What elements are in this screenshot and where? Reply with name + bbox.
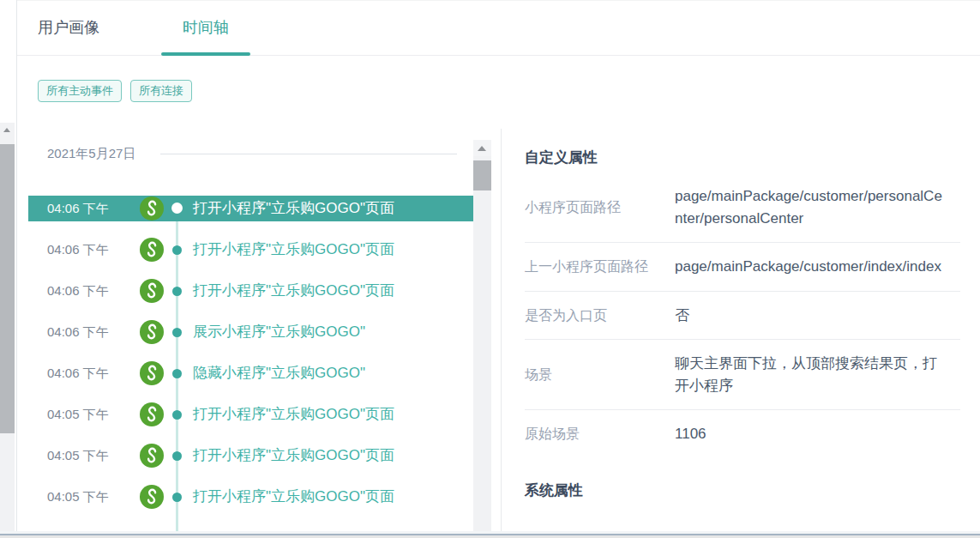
event-time: 04:06 下午 xyxy=(47,360,109,386)
attribute-row: 上一小程序页面路径 page/mainPackage/customer/inde… xyxy=(525,243,960,292)
filter-chip-group: 所有主动事件 所有连接 xyxy=(38,80,192,102)
attribute-value: page/mainPackage/customer/index/index xyxy=(675,256,949,278)
miniprogram-icon xyxy=(140,238,164,262)
event-label: 展示小程序"立乐购GOGO" xyxy=(193,319,365,345)
timeline-event-row[interactable]: 04:06 下午 打开小程序"立乐购GOGO"页面 xyxy=(28,196,473,221)
window-bottom-edge xyxy=(0,531,980,538)
event-label: 打开小程序"立乐购GOGO"页面 xyxy=(193,402,394,427)
attribute-label: 原始场景 xyxy=(525,424,675,444)
attribute-label: 上一小程序页面路径 xyxy=(525,257,675,276)
timeline-dot-icon xyxy=(172,369,182,378)
attribute-rows: 小程序页面路径 page/mainPackage/customer/person… xyxy=(525,172,960,458)
event-label: 打开小程序"立乐购GOGO"页面 xyxy=(193,237,394,263)
attribute-row: 场景 聊天主界面下拉，从顶部搜索结果页，打开小程序 xyxy=(525,340,960,410)
event-time: 04:06 下午 xyxy=(47,196,109,221)
attribute-row: 小程序页面路径 page/mainPackage/customer/person… xyxy=(525,172,960,243)
miniprogram-icon xyxy=(140,485,164,509)
timeline-dot-icon xyxy=(172,328,182,337)
system-attributes-heading: 系统属性 xyxy=(525,481,960,500)
timeline-panel: 用户画像 时间轴 所有主动事件 所有连接 2021年5月27日 04:06 下午… xyxy=(17,0,980,532)
panel-divider xyxy=(501,129,502,532)
timeline-dot-icon xyxy=(172,287,182,296)
event-label: 打开小程序"立乐购GOGO"页面 xyxy=(193,278,394,304)
scroll-up-arrow-icon[interactable] xyxy=(473,140,491,156)
timeline-dot-icon xyxy=(172,410,182,420)
filter-all-connections[interactable]: 所有连接 xyxy=(130,80,192,102)
miniprogram-icon xyxy=(140,279,164,303)
timeline-event-row[interactable]: 04:06 下午 隐藏小程序"立乐购GOGO" xyxy=(28,360,473,386)
date-divider-line xyxy=(160,154,457,154)
event-details-panel: 自定义属性 小程序页面路径 page/mainPackage/customer/… xyxy=(525,129,960,500)
timeline-event-row[interactable]: 04:06 下午 打开小程序"立乐购GOGO"页面 xyxy=(28,278,473,304)
event-time: 04:05 下午 xyxy=(47,402,109,427)
filter-all-active-events[interactable]: 所有主动事件 xyxy=(38,80,122,102)
timeline-dot-icon xyxy=(171,203,183,214)
event-time: 04:06 下午 xyxy=(47,278,109,304)
miniprogram-icon xyxy=(140,402,164,426)
attribute-value: 聊天主界面下拉，从顶部搜索结果页，打开小程序 xyxy=(675,353,949,396)
list-vertical-scrollbar[interactable] xyxy=(473,140,491,532)
attribute-row: 是否为入口页 否 xyxy=(525,292,960,341)
timeline-date-header: 2021年5月27日 xyxy=(47,146,135,162)
attribute-label: 场景 xyxy=(525,365,675,384)
timeline-rows: 04:06 下午 打开小程序"立乐购GOGO"页面 04:06 下午 打开小程序… xyxy=(28,196,473,525)
attribute-value: 否 xyxy=(675,305,949,327)
event-time: 04:06 下午 xyxy=(47,237,109,263)
timeline-dot-icon xyxy=(172,245,182,255)
event-label: 打开小程序"立乐购GOGO"页面 xyxy=(193,196,394,221)
event-time: 04:05 下午 xyxy=(47,484,109,510)
miniprogram-icon xyxy=(140,361,164,385)
miniprogram-icon xyxy=(140,320,164,344)
attribute-label: 小程序页面路径 xyxy=(525,197,675,217)
attribute-label: 是否为入口页 xyxy=(525,305,675,325)
tab-timeline[interactable]: 时间轴 xyxy=(161,0,250,55)
timeline-dot-icon xyxy=(172,493,182,502)
tab-bar: 用户画像 时间轴 xyxy=(17,0,980,56)
attribute-value: 1106 xyxy=(675,423,949,445)
outer-vertical-scrollbar[interactable] xyxy=(0,123,15,538)
event-time: 04:05 下午 xyxy=(47,443,109,468)
split-content: 2021年5月27日 04:06 下午 打开小程序"立乐购GOGO"页面 04:… xyxy=(17,129,980,532)
timeline-dot-icon xyxy=(172,451,182,461)
timeline-event-list: 2021年5月27日 04:06 下午 打开小程序"立乐购GOGO"页面 04:… xyxy=(28,129,473,532)
list-scrollbar-thumb[interactable] xyxy=(473,160,491,190)
timeline-event-row[interactable]: 04:05 下午 打开小程序"立乐购GOGO"页面 xyxy=(28,443,473,468)
attribute-value: page/mainPackage/customer/personalCenter… xyxy=(675,185,949,229)
event-time: 04:06 下午 xyxy=(47,319,109,345)
event-label: 打开小程序"立乐购GOGO"页面 xyxy=(193,443,394,468)
timeline-event-row[interactable]: 04:05 下午 打开小程序"立乐购GOGO"页面 xyxy=(28,402,473,427)
attribute-row: 原始场景 1106 xyxy=(525,410,960,458)
outer-scrollbar-thumb[interactable] xyxy=(0,144,15,433)
scroll-up-arrow-icon[interactable] xyxy=(0,123,15,138)
left-panel-edge xyxy=(0,0,17,538)
timeline-event-row[interactable]: 04:06 下午 展示小程序"立乐购GOGO" xyxy=(28,319,473,345)
custom-attributes-heading: 自定义属性 xyxy=(525,129,960,167)
timeline-event-row[interactable]: 04:06 下午 打开小程序"立乐购GOGO"页面 xyxy=(28,237,473,263)
timeline-event-row[interactable]: 04:05 下午 打开小程序"立乐购GOGO"页面 xyxy=(28,484,473,510)
miniprogram-icon xyxy=(140,444,164,468)
event-label: 隐藏小程序"立乐购GOGO" xyxy=(193,360,365,386)
event-label: 打开小程序"立乐购GOGO"页面 xyxy=(193,484,394,510)
miniprogram-icon xyxy=(140,196,164,221)
tab-user-portrait[interactable]: 用户画像 xyxy=(38,0,99,55)
